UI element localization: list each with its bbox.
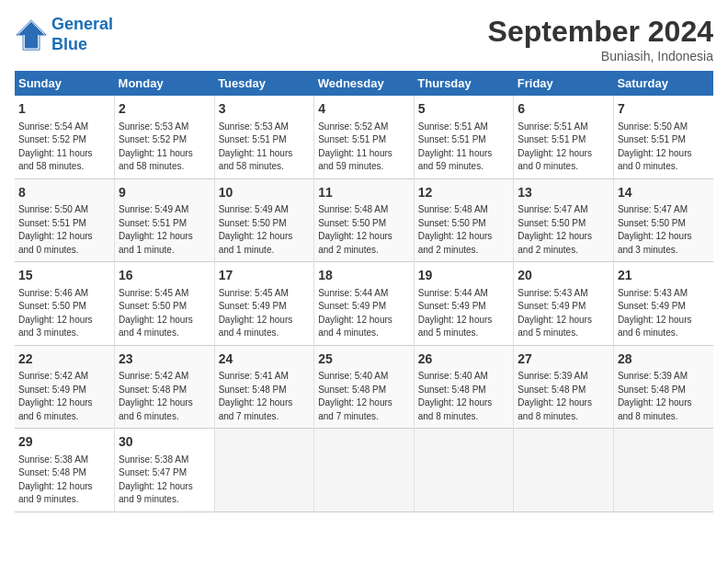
calendar-cell: 23Sunrise: 5:42 AM Sunset: 5:48 PM Dayli…: [115, 345, 215, 429]
day-info: Sunrise: 5:42 AM Sunset: 5:49 PM Dayligh…: [18, 370, 110, 423]
logo: General Blue: [15, 15, 113, 54]
day-info: Sunrise: 5:40 AM Sunset: 5:48 PM Dayligh…: [418, 370, 510, 423]
day-number: 17: [219, 267, 311, 285]
day-info: Sunrise: 5:48 AM Sunset: 5:50 PM Dayligh…: [418, 203, 510, 257]
calendar-cell: 24Sunrise: 5:41 AM Sunset: 5:48 PM Dayli…: [214, 345, 314, 429]
day-info: Sunrise: 5:49 AM Sunset: 5:50 PM Dayligh…: [219, 203, 311, 257]
day-info: Sunrise: 5:47 AM Sunset: 5:50 PM Dayligh…: [518, 203, 609, 257]
calendar-cell: 8Sunrise: 5:50 AM Sunset: 5:51 PM Daylig…: [15, 178, 115, 262]
calendar-cell: 3Sunrise: 5:53 AM Sunset: 5:51 PM Daylig…: [214, 96, 314, 178]
calendar-cell: 20Sunrise: 5:43 AM Sunset: 5:49 PM Dayli…: [514, 262, 614, 346]
day-info: Sunrise: 5:43 AM Sunset: 5:49 PM Dayligh…: [518, 287, 609, 340]
week-row-1: 1Sunrise: 5:54 AM Sunset: 5:52 PM Daylig…: [15, 96, 713, 178]
day-number: 4: [318, 100, 410, 119]
day-info: Sunrise: 5:47 AM Sunset: 5:50 PM Dayligh…: [618, 203, 710, 257]
calendar-cell: 15Sunrise: 5:46 AM Sunset: 5:50 PM Dayli…: [15, 262, 115, 346]
logo-line2: Blue: [51, 35, 87, 53]
calendar-cell: 30Sunrise: 5:38 AM Sunset: 5:47 PM Dayli…: [115, 429, 215, 512]
week-row-4: 22Sunrise: 5:42 AM Sunset: 5:49 PM Dayli…: [15, 345, 713, 429]
title-block: September 2024 Buniasih, Indonesia: [488, 15, 713, 63]
calendar-cell: 28Sunrise: 5:39 AM Sunset: 5:48 PM Dayli…: [613, 345, 713, 429]
day-info: Sunrise: 5:43 AM Sunset: 5:49 PM Dayligh…: [618, 287, 710, 340]
day-number: 29: [18, 433, 110, 452]
day-number: 6: [518, 100, 609, 119]
calendar-cell: 18Sunrise: 5:44 AM Sunset: 5:49 PM Dayli…: [314, 262, 415, 346]
day-info: Sunrise: 5:39 AM Sunset: 5:48 PM Dayligh…: [518, 370, 609, 423]
logo-line1: General: [51, 15, 113, 33]
calendar-cell: [314, 429, 415, 512]
day-number: 22: [18, 350, 110, 369]
calendar-cell: 21Sunrise: 5:43 AM Sunset: 5:49 PM Dayli…: [613, 262, 713, 346]
day-number: 1: [18, 100, 110, 119]
day-number: 27: [518, 350, 609, 369]
week-row-2: 8Sunrise: 5:50 AM Sunset: 5:51 PM Daylig…: [15, 178, 713, 262]
day-number: 24: [219, 350, 311, 369]
day-number: 28: [618, 350, 710, 369]
day-info: Sunrise: 5:48 AM Sunset: 5:50 PM Dayligh…: [318, 203, 410, 257]
weekday-header-friday: Friday: [514, 71, 614, 96]
day-number: 14: [618, 184, 710, 202]
day-info: Sunrise: 5:51 AM Sunset: 5:51 PM Dayligh…: [518, 121, 609, 174]
day-info: Sunrise: 5:45 AM Sunset: 5:49 PM Dayligh…: [219, 287, 311, 340]
calendar-cell: [214, 429, 314, 512]
calendar-cell: 22Sunrise: 5:42 AM Sunset: 5:49 PM Dayli…: [15, 345, 115, 429]
day-number: 8: [18, 184, 110, 202]
calendar-cell: 7Sunrise: 5:50 AM Sunset: 5:51 PM Daylig…: [613, 96, 713, 178]
day-info: Sunrise: 5:53 AM Sunset: 5:52 PM Dayligh…: [119, 121, 210, 174]
calendar-cell: 4Sunrise: 5:52 AM Sunset: 5:51 PM Daylig…: [314, 96, 415, 178]
weekday-header-wednesday: Wednesday: [314, 71, 415, 96]
calendar-cell: 1Sunrise: 5:54 AM Sunset: 5:52 PM Daylig…: [15, 96, 115, 178]
day-info: Sunrise: 5:46 AM Sunset: 5:50 PM Dayligh…: [18, 287, 110, 340]
calendar-cell: 2Sunrise: 5:53 AM Sunset: 5:52 PM Daylig…: [115, 96, 215, 178]
calendar-cell: 14Sunrise: 5:47 AM Sunset: 5:50 PM Dayli…: [613, 178, 713, 262]
week-row-3: 15Sunrise: 5:46 AM Sunset: 5:50 PM Dayli…: [15, 262, 713, 346]
weekday-header-tuesday: Tuesday: [214, 71, 314, 96]
month-title: September 2024: [488, 15, 713, 49]
day-number: 25: [318, 350, 410, 369]
day-number: 9: [119, 184, 210, 202]
day-info: Sunrise: 5:40 AM Sunset: 5:48 PM Dayligh…: [318, 370, 410, 423]
day-info: Sunrise: 5:53 AM Sunset: 5:51 PM Dayligh…: [219, 121, 311, 174]
day-info: Sunrise: 5:42 AM Sunset: 5:48 PM Dayligh…: [119, 370, 210, 423]
day-number: 18: [318, 267, 410, 285]
day-number: 21: [618, 267, 710, 285]
calendar-cell: 26Sunrise: 5:40 AM Sunset: 5:48 PM Dayli…: [414, 345, 514, 429]
location-subtitle: Buniasih, Indonesia: [488, 49, 713, 63]
day-number: 16: [119, 267, 210, 285]
day-info: Sunrise: 5:49 AM Sunset: 5:51 PM Dayligh…: [119, 203, 210, 257]
day-number: 12: [418, 184, 510, 202]
calendar-cell: [613, 429, 713, 512]
day-info: Sunrise: 5:44 AM Sunset: 5:49 PM Dayligh…: [418, 287, 510, 340]
day-info: Sunrise: 5:39 AM Sunset: 5:48 PM Dayligh…: [618, 370, 710, 423]
calendar-cell: 19Sunrise: 5:44 AM Sunset: 5:49 PM Dayli…: [414, 262, 514, 346]
calendar-cell: 27Sunrise: 5:39 AM Sunset: 5:48 PM Dayli…: [514, 345, 614, 429]
calendar-table: SundayMondayTuesdayWednesdayThursdayFrid…: [15, 71, 713, 512]
calendar-cell: 17Sunrise: 5:45 AM Sunset: 5:49 PM Dayli…: [214, 262, 314, 346]
day-info: Sunrise: 5:52 AM Sunset: 5:51 PM Dayligh…: [318, 121, 410, 174]
day-info: Sunrise: 5:45 AM Sunset: 5:50 PM Dayligh…: [119, 287, 210, 340]
day-info: Sunrise: 5:38 AM Sunset: 5:47 PM Dayligh…: [119, 454, 210, 507]
weekday-header-sunday: Sunday: [15, 71, 115, 96]
calendar-cell: 11Sunrise: 5:48 AM Sunset: 5:50 PM Dayli…: [314, 178, 415, 262]
weekday-header-saturday: Saturday: [613, 71, 713, 96]
weekday-header-row: SundayMondayTuesdayWednesdayThursdayFrid…: [15, 71, 713, 96]
calendar-cell: 6Sunrise: 5:51 AM Sunset: 5:51 PM Daylig…: [514, 96, 614, 178]
day-number: 15: [18, 267, 110, 285]
day-info: Sunrise: 5:44 AM Sunset: 5:49 PM Dayligh…: [318, 287, 410, 340]
day-info: Sunrise: 5:38 AM Sunset: 5:48 PM Dayligh…: [18, 454, 110, 507]
day-number: 13: [518, 184, 609, 202]
calendar-cell: [414, 429, 514, 512]
day-number: 7: [618, 100, 710, 119]
calendar-cell: 13Sunrise: 5:47 AM Sunset: 5:50 PM Dayli…: [514, 178, 614, 262]
day-number: 30: [119, 433, 210, 452]
weekday-header-monday: Monday: [115, 71, 215, 96]
calendar-cell: 10Sunrise: 5:49 AM Sunset: 5:50 PM Dayli…: [214, 178, 314, 262]
day-number: 10: [219, 184, 311, 202]
calendar-cell: 16Sunrise: 5:45 AM Sunset: 5:50 PM Dayli…: [115, 262, 215, 346]
day-number: 23: [119, 350, 210, 369]
day-info: Sunrise: 5:41 AM Sunset: 5:48 PM Dayligh…: [219, 370, 311, 423]
calendar-cell: 25Sunrise: 5:40 AM Sunset: 5:48 PM Dayli…: [314, 345, 415, 429]
page-header: General Blue September 2024 Buniasih, In…: [15, 15, 713, 63]
day-info: Sunrise: 5:50 AM Sunset: 5:51 PM Dayligh…: [618, 121, 710, 174]
calendar-cell: 9Sunrise: 5:49 AM Sunset: 5:51 PM Daylig…: [115, 178, 215, 262]
